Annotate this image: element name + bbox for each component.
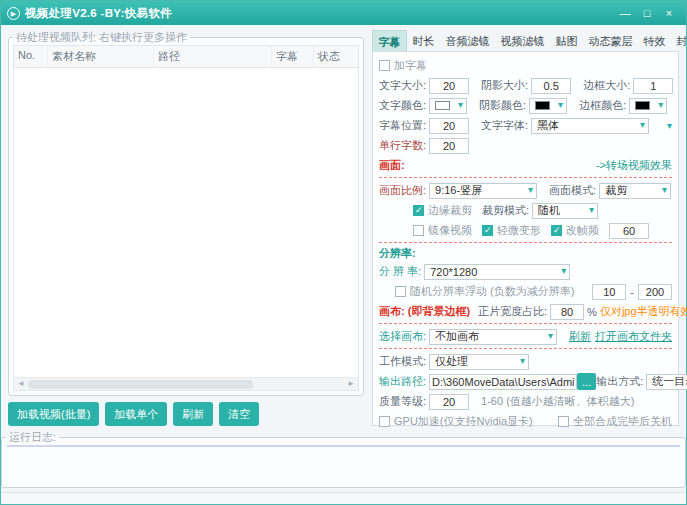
col-header-no[interactable]: No. — [14, 46, 48, 67]
edge-crop-label: 边缘裁剪 — [428, 203, 472, 218]
text-color-swatch — [435, 101, 450, 110]
gpu-shutdown-row: GPU加速(仅支持Nvidia显卡) 全部合成完毕后关机 — [379, 412, 672, 431]
subtitle-tab-panel: 加字幕 文字大小: 阴影大小: 边框大小: 文字颜色: 阴影颜色: 边框颜 — [372, 51, 679, 426]
col-header-subtitle[interactable]: 字幕 — [272, 46, 314, 67]
crop-mode-label: 裁剪模式: — [482, 203, 529, 218]
quality-row: 质量等级: 1-60 (值越小越清晰、体积越大) — [379, 392, 672, 411]
minimize-button[interactable]: — — [614, 2, 636, 24]
tab-sticker[interactable]: 贴图 — [550, 30, 583, 51]
resolution-dropdown[interactable]: 720*1280 — [424, 264, 570, 280]
random-resolution-checkbox[interactable] — [395, 286, 406, 297]
fps-input[interactable] — [609, 223, 649, 239]
screen-mode-dropdown[interactable]: 裁剪 — [599, 183, 671, 199]
video-effect-link[interactable]: ->转场视频效果 — [596, 158, 672, 173]
output-path-row: 输出路径: ... 输出方式: 统一目录 — [379, 372, 672, 391]
maximize-button[interactable]: □ — [636, 2, 658, 24]
output-path-label: 输出路径: — [379, 374, 426, 389]
width-ratio-input[interactable] — [550, 304, 584, 320]
col-header-status[interactable]: 状态 — [314, 46, 358, 67]
resolution-row: 分 辨 率: 720*1280 — [379, 262, 672, 281]
log-output-area[interactable] — [7, 445, 680, 447]
shadow-size-label: 阴影大小: — [481, 78, 528, 93]
subtitle-position-label: 字幕位置: — [379, 118, 426, 133]
percent-sign: % — [587, 306, 597, 318]
settings-column: 字幕 时长 音频滤镜 视频滤镜 贴图 动态蒙层 特效 封面 文字 加字幕 文字大… — [372, 30, 679, 426]
edge-color-dropdown[interactable] — [629, 98, 667, 114]
slight-deform-checkbox[interactable] — [482, 225, 493, 236]
font-dropdown[interactable]: 黑体 — [531, 118, 649, 134]
scroll-left-icon[interactable] — [17, 380, 25, 388]
color-row: 文字颜色: 阴影颜色: 边框颜色: — [379, 96, 672, 115]
text-size-input[interactable] — [429, 78, 469, 94]
font-label: 文字字体: — [481, 118, 528, 133]
text-color-dropdown[interactable] — [429, 98, 467, 114]
tab-subtitle[interactable]: 字幕 — [372, 30, 407, 51]
edge-crop-checkbox[interactable] — [413, 205, 424, 216]
ratio-dropdown[interactable]: 9:16-竖屏 — [429, 183, 537, 199]
screen-header-row: 画面: ->转场视频效果 — [379, 156, 672, 175]
col-header-path[interactable]: 路径 — [154, 46, 272, 67]
canvas-section-header: 画布: (即背景边框) — [379, 304, 470, 319]
scrollbar-thumb[interactable] — [28, 380, 253, 389]
random-resolution-row: 随机分辨率浮动 (负数为减分辨率) - — [379, 282, 672, 301]
mirror-deform-fps-row: 镜像视频 轻微变形 改帧频 — [379, 221, 672, 240]
chars-per-line-input[interactable] — [429, 138, 469, 154]
random-min-input[interactable] — [592, 284, 626, 300]
tab-duration[interactable]: 时长 — [407, 30, 440, 51]
ratio-label: 画面比例: — [379, 183, 426, 198]
queue-column: 待处理视频队列: 右键执行更多操作 No. 素材名称 路径 字幕 状态 — [8, 30, 364, 426]
shadow-color-dropdown[interactable] — [529, 98, 567, 114]
refresh-queue-button[interactable]: 刷新 — [173, 402, 213, 426]
tab-cover[interactable]: 封面 — [671, 30, 687, 51]
refresh-canvas-link[interactable]: 刷新 — [569, 329, 591, 344]
extra-dropdown-arrow-icon[interactable] — [667, 120, 672, 131]
col-header-name[interactable]: 素材名称 — [48, 46, 154, 67]
tab-effects[interactable]: 特效 — [638, 30, 671, 51]
edge-color-swatch — [635, 101, 650, 110]
chars-per-line-label: 单行字数: — [379, 138, 426, 153]
output-path-input[interactable] — [429, 374, 577, 390]
tab-audio-filter[interactable]: 音频滤镜 — [440, 30, 495, 51]
change-fps-checkbox[interactable] — [551, 225, 562, 236]
work-mode-row: 工作模式: 仅处理 — [379, 352, 672, 371]
mirror-video-checkbox[interactable] — [413, 225, 424, 236]
horizontal-scrollbar[interactable] — [14, 377, 358, 390]
canvas-header-row: 画布: (即背景边框) 正片宽度占比: % 仅对jpg半透明有效 — [379, 302, 672, 321]
tab-dynamic-mask[interactable]: 动态蒙层 — [583, 30, 638, 51]
size-row: 文字大小: 阴影大小: 边框大小: — [379, 76, 672, 95]
quality-note: 1-60 (值越小越清晰、体积越大) — [481, 394, 634, 409]
quality-input[interactable] — [429, 394, 469, 410]
load-single-button[interactable]: 加载单个 — [105, 402, 167, 426]
main-area: 待处理视频队列: 右键执行更多操作 No. 素材名称 路径 字幕 状态 — [1, 25, 686, 430]
queue-table-body[interactable] — [14, 68, 358, 377]
queue-table[interactable]: No. 素材名称 路径 字幕 状态 — [13, 45, 359, 391]
resolution-header-row: 分辨率: — [379, 246, 672, 261]
resolution-section-header: 分辨率: — [379, 246, 416, 261]
divider — [379, 323, 672, 324]
random-max-input[interactable] — [638, 284, 672, 300]
browse-button[interactable]: ... — [577, 373, 596, 390]
subtitle-position-input[interactable] — [429, 118, 469, 134]
queue-table-header: No. 素材名称 路径 字幕 状态 — [14, 46, 358, 68]
clear-queue-button[interactable]: 清空 — [219, 402, 259, 426]
tab-video-filter[interactable]: 视频滤镜 — [495, 30, 550, 51]
random-resolution-label: 随机分辨率浮动 (负数为减分辨率) — [410, 284, 574, 299]
position-font-row: 字幕位置: 文字字体: 黑体 — [379, 116, 672, 135]
close-button[interactable]: × — [658, 2, 680, 24]
screen-section-header: 画面: — [379, 158, 405, 173]
work-mode-dropdown[interactable]: 仅处理 — [429, 354, 529, 370]
load-videos-batch-button[interactable]: 加载视频(批量) — [8, 402, 99, 426]
scroll-right-icon[interactable] — [347, 380, 355, 388]
gpu-accel-checkbox[interactable] — [379, 416, 390, 427]
canvas-dropdown[interactable]: 不加画布 — [429, 329, 557, 345]
edge-size-input[interactable] — [633, 78, 673, 94]
add-subtitle-checkbox[interactable] — [379, 60, 390, 71]
chars-per-line-row: 单行字数: — [379, 136, 672, 155]
slight-deform-label: 轻微变形 — [497, 223, 541, 238]
crop-mode-dropdown[interactable]: 随机 — [532, 203, 598, 219]
open-canvas-folder-link[interactable]: 打开画布文件夹 — [595, 329, 672, 344]
shutdown-checkbox[interactable] — [558, 416, 569, 427]
window-title: 视频处理V2.6 -BY:快易软件 — [25, 6, 172, 21]
output-mode-dropdown[interactable]: 统一目录 — [646, 374, 687, 390]
shadow-size-input[interactable] — [531, 78, 571, 94]
